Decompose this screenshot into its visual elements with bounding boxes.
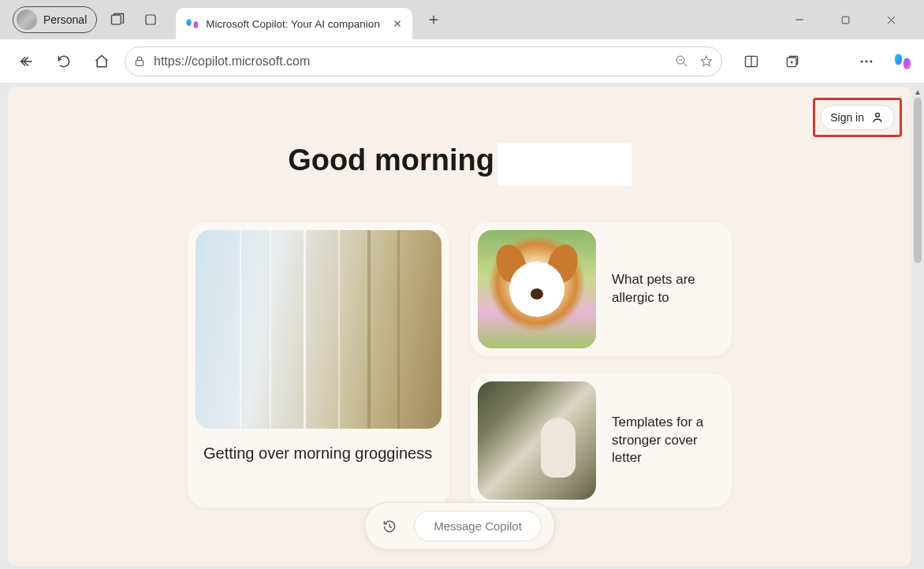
suggestion-card-cover-letter[interactable]: Templates for a stronger cover letter [470, 374, 732, 508]
card-image-dog [478, 230, 596, 348]
copilot-sidebar-icon[interactable] [892, 51, 913, 72]
svg-point-10 [876, 113, 880, 117]
history-icon [382, 519, 397, 534]
favorite-icon[interactable] [699, 54, 713, 69]
suggestion-card-grogginess[interactable]: Getting over morning grogginess [188, 222, 449, 508]
vertical-scrollbar[interactable]: ▲ [913, 87, 922, 566]
maximize-button[interactable] [834, 9, 856, 31]
svg-rect-1 [146, 15, 155, 24]
scroll-up-arrow[interactable]: ▲ [913, 87, 922, 96]
back-button[interactable] [11, 46, 41, 76]
scrollbar-thumb[interactable] [914, 98, 922, 263]
suggestion-card-pets[interactable]: What pets are allergic to [470, 222, 732, 356]
profile-avatar [17, 9, 37, 30]
page-content: Sign in Good morning Getting over mornin… [8, 87, 911, 566]
copilot-favicon-icon [185, 17, 199, 31]
workspaces-icon[interactable] [105, 7, 130, 32]
sign-in-label: Sign in [830, 111, 864, 124]
card-title: What pets are allergic to [612, 271, 724, 307]
tab-close-button[interactable] [392, 18, 403, 29]
svg-rect-2 [842, 17, 849, 24]
collections-icon[interactable] [777, 46, 807, 76]
refresh-button[interactable] [49, 46, 79, 76]
person-icon [870, 110, 885, 125]
new-tab-button[interactable] [420, 6, 447, 33]
home-button[interactable] [87, 46, 117, 76]
profile-label: Personal [43, 13, 87, 26]
tab-actions-icon[interactable] [138, 7, 163, 32]
extension-placeholder[interactable] [818, 46, 840, 76]
browser-toolbar: https://copilot.microsoft.com [0, 39, 924, 84]
card-title: Getting over morning grogginess [196, 443, 442, 464]
card-image-curtains [196, 230, 442, 429]
site-lock-icon[interactable] [133, 55, 146, 68]
history-button[interactable] [378, 515, 401, 538]
browser-tab[interactable]: Microsoft Copilot: Your AI companion [176, 8, 412, 39]
address-url: https://copilot.microsoft.com [154, 54, 667, 69]
sign-in-button[interactable]: Sign in [820, 105, 895, 130]
tab-title: Microsoft Copilot: Your AI companion [206, 18, 386, 30]
svg-rect-3 [136, 60, 143, 65]
svg-rect-0 [112, 15, 121, 24]
highlight-signin: Sign in [813, 98, 902, 137]
minimize-button[interactable] [788, 9, 810, 31]
split-screen-icon[interactable] [736, 46, 766, 76]
greeting-name-redaction [497, 143, 632, 186]
more-menu-icon[interactable] [851, 46, 881, 76]
svg-point-8 [866, 60, 868, 62]
zoom-icon[interactable] [675, 54, 688, 69]
greeting-text: Good morning [288, 143, 494, 186]
close-window-button[interactable] [880, 9, 902, 31]
card-title: Templates for a stronger cover letter [612, 414, 724, 468]
address-bar[interactable]: https://copilot.microsoft.com [125, 46, 722, 76]
window-controls [788, 9, 918, 31]
svg-point-9 [870, 60, 872, 62]
card-image-vase [478, 381, 596, 500]
svg-point-7 [861, 60, 863, 62]
profile-switcher[interactable]: Personal [13, 6, 97, 33]
composer-bar: Message Copilot [364, 502, 555, 550]
message-input[interactable]: Message Copilot [414, 511, 542, 541]
browser-titlebar: Personal Microsoft Copilot: Your AI comp… [0, 0, 924, 39]
